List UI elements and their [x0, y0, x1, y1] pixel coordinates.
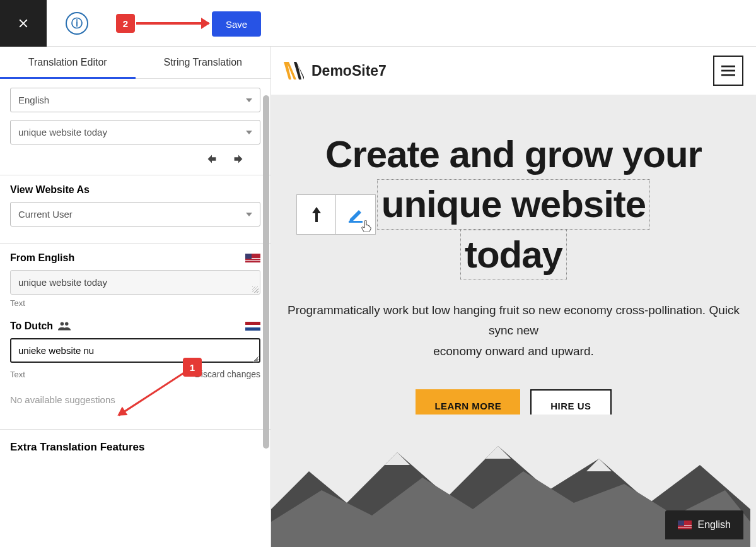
annotation-step-2: 2 [116, 14, 135, 33]
highlighted-string[interactable]: today [460, 230, 567, 280]
undo-icon[interactable] [205, 152, 219, 166]
hamburger-icon [721, 65, 735, 76]
scrollbar-thumb[interactable] [263, 95, 269, 449]
discard-changes-link[interactable]: Discard changes [195, 369, 260, 379]
annotation-step-1: 1 [183, 358, 202, 377]
source-language-select[interactable]: English [10, 88, 260, 112]
view-as-value: Current User [18, 209, 73, 220]
from-language-label: From English [10, 252, 74, 264]
source-type-label: Text [10, 298, 260, 308]
highlighted-string[interactable]: unique website [377, 179, 650, 230]
arrow-up-icon [310, 206, 323, 223]
svg-rect-2 [721, 66, 735, 68]
info-icon[interactable]: ⓘ [66, 12, 88, 35]
svg-rect-3 [721, 70, 735, 72]
hero-heading: Create and grow your unique website toda… [325, 130, 702, 280]
view-website-as-label: View Website As [10, 184, 260, 196]
save-button[interactable]: Save [212, 11, 261, 37]
flag-nl-icon [245, 322, 260, 331]
svg-rect-4 [721, 74, 735, 76]
extra-features-heading: Extra Translation Features [0, 430, 270, 462]
flag-us-icon [245, 254, 260, 262]
translation-sidebar: Translation Editor String Translation En… [0, 47, 271, 547]
redo-icon[interactable] [231, 152, 245, 166]
tab-translation-editor[interactable]: Translation Editor [0, 47, 136, 78]
annotation-arrow-2 [136, 22, 209, 25]
tab-string-translation[interactable]: String Translation [136, 47, 271, 78]
edit-string-button[interactable] [336, 195, 375, 234]
menu-button[interactable] [713, 56, 743, 86]
chevron-down-icon [246, 131, 252, 134]
cursor-hand-icon [361, 220, 371, 232]
string-select[interactable]: unique website today [10, 120, 260, 144]
svg-point-0 [61, 322, 64, 326]
chevron-down-icon [246, 98, 252, 102]
to-language-label: To Dutch [10, 321, 53, 332]
website-preview: DemoSite7 Create and grow your unique we… [271, 47, 756, 547]
view-as-select[interactable]: Current User [10, 202, 260, 226]
close-button[interactable] [0, 0, 47, 47]
chevron-down-icon [246, 213, 252, 216]
hero-subtitle: Programmatically work but low hanging fr… [281, 300, 747, 362]
source-language-value: English [18, 95, 49, 105]
parent-element-button[interactable] [297, 195, 336, 234]
resize-handle-icon[interactable]: ◢ [253, 356, 258, 363]
edit-popup [296, 194, 376, 235]
target-type-label: Text [10, 370, 25, 379]
flag-us-icon [678, 521, 692, 529]
close-icon [16, 16, 30, 30]
source-text-display: unique website today [10, 270, 260, 295]
translation-input[interactable] [10, 338, 260, 363]
svg-point-1 [65, 322, 69, 326]
language-switcher[interactable]: English [665, 510, 743, 539]
site-title: DemoSite7 [311, 62, 387, 79]
string-select-value: unique website today [18, 127, 107, 138]
svg-rect-11 [349, 221, 363, 223]
people-icon [58, 321, 72, 331]
site-logo-icon [284, 62, 304, 79]
